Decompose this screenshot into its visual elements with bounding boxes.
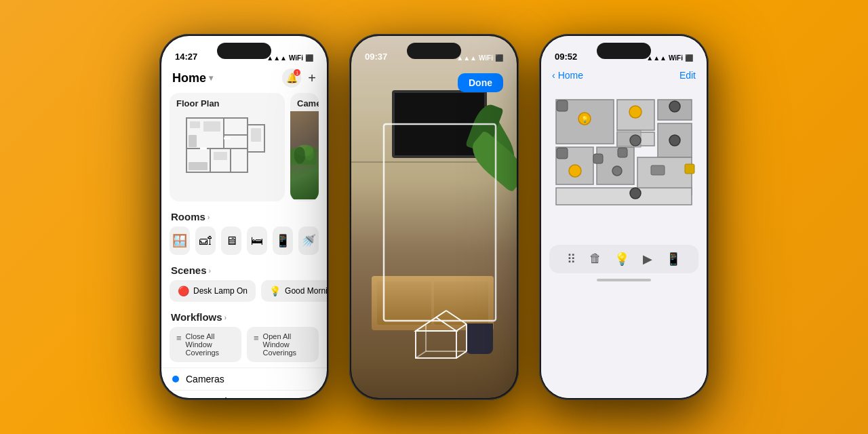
status-icons-3: ▲▲▲ WiFi ⬛	[646, 54, 693, 62]
status-icons-2: ▲▲▲ WiFi ⬛	[456, 54, 503, 62]
room-btn-4[interactable]: 🛏	[247, 226, 267, 255]
back-button[interactable]: ‹ Home	[552, 70, 583, 81]
camera-card[interactable]: Camera	[290, 93, 319, 201]
workflows-row: ≡ Close All Window Coverings ≡ Open All …	[161, 327, 327, 368]
svg-rect-56	[618, 148, 627, 157]
scene-morning-label: Good Morning	[285, 286, 327, 296]
list-accessories[interactable]: Accessories	[161, 390, 327, 398]
svg-rect-53	[651, 165, 665, 175]
workflow-open[interactable]: ≡ Open All Window Coverings	[247, 327, 319, 362]
cameras-dot	[172, 376, 179, 382]
svg-rect-13	[189, 135, 197, 147]
dynamic-island-1	[217, 43, 271, 59]
scene-morning-icon: 💡	[269, 285, 281, 296]
svg-rect-10	[203, 121, 220, 132]
home-title-text: Home	[172, 71, 206, 85]
list-cameras[interactable]: Cameras	[161, 368, 327, 390]
wifi-icon-2: WiFi	[479, 54, 493, 62]
svg-point-55	[630, 188, 641, 199]
scene-lamp-label: Desk Lamp On	[193, 286, 248, 296]
svg-point-50	[569, 165, 581, 177]
workflow-close[interactable]: ≡ Close All Window Coverings	[170, 327, 241, 362]
room-btn-3[interactable]: 🖥	[221, 226, 241, 255]
workflows-section-header[interactable]: Workflows ›	[161, 307, 327, 327]
battery-icon-2: ⬛	[495, 54, 503, 62]
phone1-content: Home ▾ 🔔 1 + Floor Plan	[161, 66, 327, 398]
phone2: 09:37 ▲▲▲ WiFi ⬛	[349, 34, 519, 400]
status-icons-1: ▲▲▲ WiFi ⬛	[267, 54, 313, 62]
floor-map-toolbar: ⠿ 🗑 💡 ▶ 📱	[549, 245, 698, 273]
edit-button[interactable]: Edit	[679, 70, 696, 81]
home-header: Home ▾ 🔔 1 +	[161, 66, 327, 93]
workflow-open-label: Open All Window Coverings	[263, 332, 312, 357]
svg-rect-12	[251, 128, 261, 142]
done-button[interactable]: Done	[458, 73, 503, 92]
cabinet-door-right	[434, 281, 488, 325]
notification-badge: 1	[294, 69, 300, 76]
back-label: Home	[558, 70, 583, 81]
svg-point-52	[612, 166, 622, 176]
cameras-label: Cameras	[186, 374, 224, 384]
ar-scene: Done	[351, 36, 517, 398]
home-title: Home ▾	[172, 71, 213, 85]
notification-bell[interactable]: 🔔 1	[282, 68, 301, 87]
status-bar-2: 09:37 ▲▲▲ WiFi ⬛	[351, 36, 517, 66]
floor-plan-label: Floor Plan	[170, 93, 285, 111]
accessories-label: Accessories	[186, 396, 237, 398]
dynamic-island-3	[597, 43, 651, 59]
home-chevron-icon: ▾	[209, 73, 213, 83]
scene-good-morning[interactable]: 💡 Good Morning	[261, 280, 327, 302]
svg-rect-1	[224, 118, 248, 135]
camera-label: Camera	[290, 93, 319, 111]
rooms-section-header[interactable]: Rooms ›	[161, 207, 327, 226]
time-3: 09:52	[555, 52, 577, 62]
camera-preview	[290, 111, 319, 199]
scenes-chevron-icon: ›	[209, 267, 212, 275]
toolbar-trash-icon[interactable]: 🗑	[589, 252, 601, 267]
phone3: 09:52 ▲▲▲ WiFi ⬛ ‹ Home Edit	[539, 34, 709, 400]
svg-point-17	[294, 146, 306, 163]
battery-icon: ⬛	[305, 54, 313, 62]
room-btn-6[interactable]: 🚿	[298, 226, 319, 255]
floor-map-area: 💡	[541, 86, 707, 242]
scene-desk-lamp[interactable]: 🔴 Desk Lamp On	[170, 280, 256, 302]
cabinet-door-left	[377, 281, 431, 325]
svg-rect-9	[190, 121, 200, 128]
toolbar-phone-icon[interactable]: 📱	[666, 252, 681, 267]
workflows-label: Workflows	[171, 311, 222, 323]
toolbar-play-icon[interactable]: ▶	[643, 252, 652, 267]
workflow-open-icon: ≡	[254, 333, 259, 343]
ar-cabinet	[372, 276, 494, 330]
svg-rect-49	[557, 148, 568, 159]
add-button[interactable]: +	[308, 71, 316, 86]
svg-rect-11	[214, 152, 227, 160]
svg-rect-48	[557, 100, 568, 111]
scenes-section-header[interactable]: Scenes ›	[161, 260, 327, 280]
svg-rect-40	[556, 188, 692, 205]
svg-point-18	[304, 145, 314, 160]
svg-rect-5	[231, 149, 248, 172]
toolbar-bulb-icon[interactable]: 💡	[614, 252, 629, 267]
floor-plan-card[interactable]: Floor Plan	[170, 93, 285, 201]
floor-plan-image	[170, 111, 285, 193]
workflow-close-icon: ≡	[176, 333, 182, 343]
svg-point-44	[629, 106, 642, 118]
workflow-close-label: Close All Window Coverings	[186, 332, 235, 357]
svg-text:💡: 💡	[581, 115, 589, 123]
cards-row: Floor Plan	[161, 93, 327, 201]
room-btn-2[interactable]: 🛋	[195, 226, 216, 255]
signal-icon-2: ▲▲▲	[456, 54, 477, 62]
room-btn-1[interactable]: 🪟	[170, 226, 190, 255]
room-btn-5[interactable]: 📱	[273, 226, 293, 255]
scene-lamp-icon: 🔴	[178, 285, 189, 296]
svg-rect-51	[593, 154, 603, 163]
time-1: 14:27	[175, 52, 197, 62]
svg-rect-2	[224, 135, 248, 149]
phone3-header: ‹ Home Edit	[541, 66, 707, 86]
floor-map-svg: 💡	[549, 93, 698, 235]
svg-point-47	[630, 135, 641, 146]
scenes-row: 🔴 Desk Lamp On 💡 Good Morning	[161, 280, 327, 307]
back-chevron-icon: ‹	[552, 70, 555, 81]
toolbar-grid-icon[interactable]: ⠿	[567, 252, 576, 267]
time-2: 09:37	[365, 52, 387, 62]
